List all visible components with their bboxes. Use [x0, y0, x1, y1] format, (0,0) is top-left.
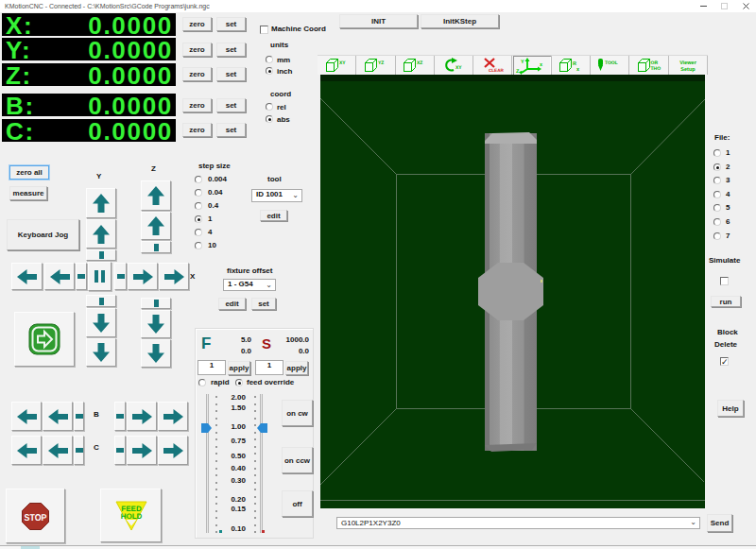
svg-text:YZ: YZ — [378, 60, 384, 66]
svg-text:CLEAR: CLEAR — [489, 68, 505, 73]
svg-text:Setup: Setup — [680, 67, 696, 73]
svg-text:Viewer: Viewer — [679, 60, 696, 66]
svg-text:x: x — [576, 67, 580, 73]
svg-text:XY: XY — [339, 60, 346, 66]
svg-text:STOP: STOP — [25, 512, 47, 523]
svg-text:x: x — [540, 62, 543, 68]
svg-text:TOOL: TOOL — [605, 60, 618, 66]
svg-text:Y: Y — [521, 60, 524, 65]
svg-text:XZ: XZ — [417, 60, 422, 66]
svg-text:HOLD: HOLD — [120, 511, 142, 520]
svg-text:THO: THO — [651, 66, 662, 72]
svg-text:XY: XY — [455, 65, 462, 71]
